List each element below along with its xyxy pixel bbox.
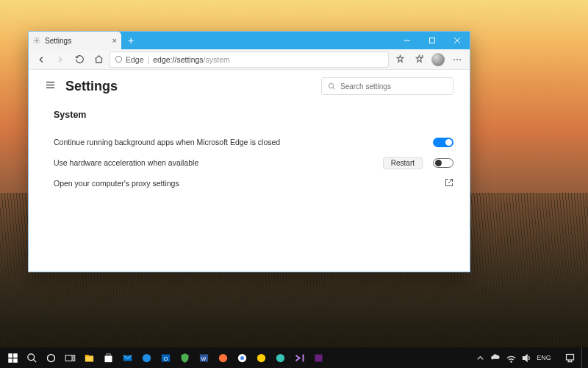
window-titlebar[interactable]: Settings × + <box>29 32 470 49</box>
setting-row-proxy[interactable]: Open your computer's proxy settings <box>54 173 453 194</box>
svg-point-10 <box>459 59 461 60</box>
tab-title: Settings <box>45 37 108 45</box>
page-content: Settings System Continue running backgro… <box>29 70 470 272</box>
favorites-icon[interactable] <box>411 52 427 68</box>
profile-avatar[interactable] <box>430 52 446 68</box>
svg-rect-43 <box>566 354 573 360</box>
svg-point-0 <box>36 40 38 42</box>
svg-point-22 <box>47 354 54 361</box>
svg-rect-19 <box>13 358 18 363</box>
desktop-wallpaper: Settings × + Edge | edge://settings/sy <box>0 0 588 368</box>
show-desktop-button[interactable] <box>581 347 585 368</box>
home-button[interactable] <box>90 52 107 68</box>
svg-point-14 <box>329 83 333 88</box>
svg-text:O: O <box>163 355 168 361</box>
address-bar: Edge | edge://settings/system <box>29 49 470 70</box>
taskbar: O W ENG <box>0 347 588 368</box>
tray-network-icon[interactable] <box>504 347 517 368</box>
svg-point-20 <box>27 353 34 360</box>
setting-row-hardware-accel: Use hardware acceleration when available… <box>54 152 453 173</box>
new-tab-button[interactable]: + <box>121 32 140 49</box>
tray-overflow-icon[interactable] <box>473 347 487 368</box>
setting-row-background-apps: Continue running background apps when Mi… <box>54 132 453 152</box>
svg-point-38 <box>257 353 265 361</box>
url-host: Edge <box>126 55 144 64</box>
svg-point-41 <box>510 361 511 361</box>
svg-point-30 <box>142 353 150 361</box>
system-section: System Continue running background apps … <box>45 102 453 194</box>
svg-rect-17 <box>13 353 18 358</box>
cortana-icon[interactable] <box>41 347 60 368</box>
forward-button[interactable] <box>52 52 68 68</box>
setting-label: Open your computer's proxy settings <box>54 179 445 188</box>
tab-close-icon[interactable]: × <box>112 36 117 45</box>
window-controls <box>395 32 470 49</box>
taskbar-app-canary[interactable] <box>251 347 270 368</box>
maximize-button[interactable] <box>420 32 445 49</box>
menu-icon[interactable] <box>45 79 57 93</box>
page-title: Settings <box>65 79 312 94</box>
start-button[interactable] <box>3 347 22 368</box>
gear-icon <box>33 37 40 44</box>
taskbar-app-mail[interactable] <box>118 347 137 368</box>
svg-rect-24 <box>73 355 75 361</box>
taskbar-app-chrome[interactable] <box>232 347 251 368</box>
restart-button[interactable]: Restart <box>383 157 423 169</box>
tray-language-icon[interactable]: ENG <box>535 347 553 368</box>
system-tray: ENG <box>473 347 585 368</box>
action-center-icon[interactable] <box>563 347 576 368</box>
svg-point-35 <box>218 353 226 361</box>
edge-icon <box>115 55 123 63</box>
minimize-button[interactable] <box>395 32 420 49</box>
back-button[interactable] <box>33 52 49 68</box>
taskbar-app-edge2[interactable] <box>270 347 290 368</box>
url-path: /system <box>204 55 230 64</box>
svg-marker-42 <box>523 355 527 361</box>
toggle-background-apps[interactable] <box>433 138 453 147</box>
more-menu-button[interactable] <box>449 52 465 68</box>
setting-label: Use hardware acceleration when available <box>54 158 383 167</box>
taskbar-app-security[interactable] <box>175 347 194 368</box>
url-field[interactable]: Edge | edge://settings/system <box>110 52 389 68</box>
browser-window: Settings × + Edge | edge://settings/sy <box>28 31 470 272</box>
task-view-icon[interactable] <box>60 347 79 368</box>
svg-rect-23 <box>65 355 72 361</box>
svg-point-37 <box>240 356 244 360</box>
tray-onedrive-icon[interactable] <box>489 347 502 368</box>
read-aloud-icon[interactable] <box>392 52 408 68</box>
close-button[interactable] <box>445 32 470 49</box>
svg-point-5 <box>115 56 121 62</box>
toggle-hardware-accel[interactable] <box>433 158 453 168</box>
taskbar-app-firefox[interactable] <box>213 347 232 368</box>
svg-rect-40 <box>315 354 322 361</box>
setting-label: Continue running background apps when Mi… <box>54 138 433 146</box>
search-button[interactable] <box>22 347 41 368</box>
search-icon <box>328 82 336 91</box>
taskbar-app-store[interactable] <box>98 347 118 368</box>
svg-rect-27 <box>104 355 112 362</box>
svg-rect-26 <box>85 355 88 357</box>
refresh-button[interactable] <box>71 52 87 68</box>
svg-point-39 <box>276 353 284 361</box>
svg-point-9 <box>456 59 458 60</box>
svg-text:W: W <box>201 355 206 361</box>
browser-tab[interactable]: Settings × <box>29 32 121 49</box>
taskbar-app-word[interactable]: W <box>194 347 213 368</box>
section-heading: System <box>54 110 453 120</box>
settings-search[interactable] <box>321 77 453 95</box>
taskbar-app-edge[interactable] <box>137 347 156 368</box>
tray-volume-icon[interactable] <box>520 347 533 368</box>
taskbar-app-paint[interactable] <box>309 347 328 368</box>
svg-line-21 <box>33 359 36 362</box>
taskbar-app-vs[interactable] <box>290 347 309 368</box>
svg-point-8 <box>453 59 455 60</box>
taskbar-app-explorer[interactable] <box>79 347 98 368</box>
taskbar-app-outlook[interactable]: O <box>156 347 175 368</box>
svg-rect-2 <box>430 38 435 43</box>
svg-line-15 <box>333 87 335 89</box>
url-origin: edge://settings <box>153 55 203 64</box>
settings-search-input[interactable] <box>340 82 447 91</box>
external-link-icon <box>445 178 453 188</box>
svg-rect-18 <box>8 358 12 363</box>
svg-rect-16 <box>8 353 12 358</box>
